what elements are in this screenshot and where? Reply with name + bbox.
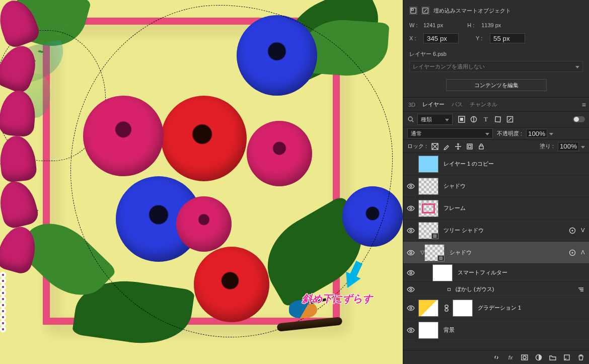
blend-mode-select[interactable]: 通常 [407,128,493,138]
layer-name[interactable]: シャドウ [450,249,566,256]
layer-row[interactable]: 背景 [403,319,589,341]
svg-rect-24 [445,309,448,311]
layer-thumbnail[interactable] [432,264,453,281]
layer-name[interactable]: スマートフィルター [458,269,585,276]
layer-row[interactable]: レイヤー 1 のコピー [403,153,589,175]
layer-thumbnail[interactable] [418,322,438,339]
fill-input[interactable] [558,142,579,151]
width-value: 1241 px [423,22,443,28]
visibility-icon[interactable] [407,326,415,334]
delete-icon[interactable] [577,353,585,361]
link-mask-icon[interactable] [444,305,450,312]
filter-options-icon[interactable] [577,285,585,294]
svg-point-14 [410,230,412,232]
new-layer-icon[interactable] [563,353,571,361]
filter-visibility-icon[interactable] [566,249,579,257]
filter-visibility-icon[interactable] [566,227,579,235]
layer-row[interactable]: グラデーション 1 [403,297,589,319]
adjustment-layer-icon[interactable] [535,353,543,361]
layer-thumbnail[interactable]: ▧ [424,244,445,261]
lock-artboard-icon[interactable] [466,142,474,151]
tab-layers[interactable]: レイヤー [422,101,445,108]
mask-thumbnail[interactable] [453,300,473,317]
advanced-chevron-icon[interactable]: ᐯ [579,227,585,234]
y-input[interactable] [490,33,525,43]
filter-toggle[interactable] [573,116,585,122]
svg-rect-4 [460,118,463,121]
chevron-down-icon[interactable] [581,143,585,150]
layer-row[interactable]: ▧ツリー シャドウᐯ [403,220,589,242]
x-input[interactable] [423,33,459,43]
svg-rect-23 [445,305,448,308]
smart-filter-item[interactable]: ぼかし (ガウス) [403,282,589,297]
lock-position-icon[interactable] [454,142,462,151]
layer-row[interactable]: シャドウ [403,175,589,197]
layers-list[interactable]: レイヤー 1 のコピーシャドウフレーム▧ツリー シャドウᐯ▽▧シャドウᐱスマート… [403,153,589,350]
layers-panel: 種類 T 通常 不透明度 : [403,112,589,364]
layer-name[interactable]: レイヤー 1 のコピー [444,160,585,168]
svg-point-13 [410,207,412,209]
tab-paths[interactable]: パス [452,101,463,108]
smart-object-badge-icon: ▧ [431,233,438,239]
filter-smartobject-icon[interactable] [506,115,514,123]
document-canvas[interactable]: 斜め下にずらす [0,0,403,364]
filter-adjustment-icon[interactable] [470,115,478,123]
visibility-icon[interactable] [407,182,415,190]
link-layers-icon[interactable] [492,353,500,361]
smart-object-file: レイヤー 6.psb [409,50,583,58]
filter-pixel-icon[interactable] [458,115,466,123]
tab-3d[interactable]: 3D [408,102,415,108]
panel-tabs: 3D レイヤー パス チャンネル ≡ [403,98,589,112]
lock-transparent-icon[interactable] [431,142,439,151]
svg-rect-10 [469,145,471,148]
panel-menu-icon[interactable]: ≡ [582,101,586,109]
layer-thumbnail[interactable] [418,200,438,217]
layer-fx-icon[interactable]: fx [506,353,514,361]
layer-name[interactable]: ツリー シャドウ [444,227,566,234]
layer-name[interactable]: 背景 [444,326,585,334]
group-icon[interactable] [549,353,557,361]
visibility-icon[interactable] [407,269,415,277]
advanced-chevron-icon[interactable]: ᐱ [579,249,585,256]
layer-filter-kind[interactable]: 種類 [417,114,453,125]
chevron-down-icon [485,130,489,136]
layer-name[interactable]: フレーム [444,204,585,212]
layer-thumbnail[interactable] [418,300,438,317]
tab-channels[interactable]: チャンネル [470,101,497,108]
width-label: W : [409,22,418,28]
filter-shape-icon[interactable] [494,115,502,123]
opacity-input[interactable] [526,129,547,138]
layer-name[interactable]: シャドウ [444,182,585,190]
expand-toggle-icon[interactable]: ▽ [418,249,424,256]
chevron-down-icon [575,63,579,69]
svg-point-19 [571,252,573,253]
edit-contents-button[interactable]: コンテンツを編集 [446,79,547,91]
svg-point-2 [408,117,412,121]
svg-point-12 [410,185,412,187]
svg-point-27 [523,356,526,359]
lock-pixels-icon[interactable] [443,142,451,151]
layer-row[interactable]: スマートフィルター [403,264,589,282]
layer-name[interactable]: グラデーション 1 [478,304,585,312]
visibility-icon[interactable] [407,285,415,294]
layer-mask-icon[interactable] [521,353,529,361]
layer-thumbnail[interactable] [418,156,438,173]
layer-row[interactable]: ▽▧シャドウᐱ [403,242,589,264]
layer-row[interactable]: フレーム [403,197,589,220]
visibility-icon[interactable] [407,227,415,235]
visibility-icon[interactable] [407,249,415,257]
y-label: Y : [476,35,485,41]
filter-name: ぼかし (ガウス) [456,285,577,293]
layer-thumbnail[interactable] [418,178,438,195]
layer-thumbnail[interactable]: ▧ [418,222,438,239]
visibility-icon[interactable] [407,304,415,312]
chevron-down-icon[interactable] [549,130,553,136]
properties-icon [409,7,417,15]
lock-all-icon[interactable] [477,142,485,151]
svg-point-16 [571,230,573,231]
layer-comp-select[interactable]: レイヤーカンプを適用しない [409,61,583,72]
filter-type-icon[interactable]: T [482,115,490,123]
svg-rect-9 [467,144,472,149]
layer-comp-placeholder: レイヤーカンプを適用しない [413,63,485,70]
visibility-icon[interactable] [407,204,415,212]
